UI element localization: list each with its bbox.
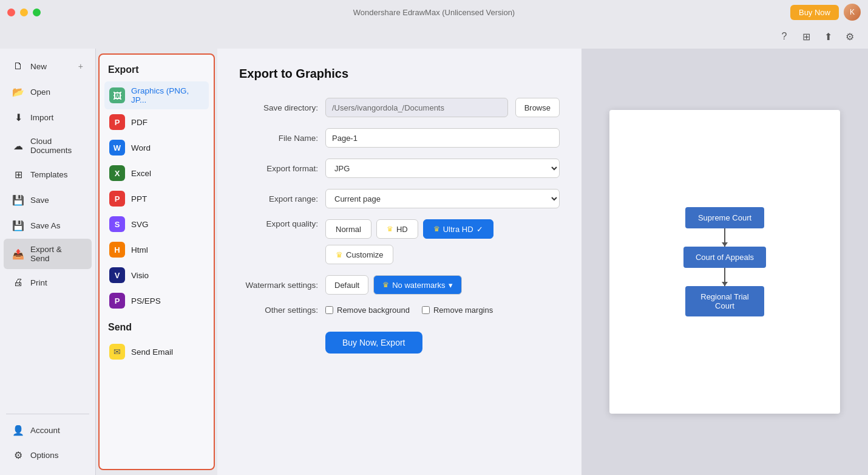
quality-hd-button[interactable]: ♛ HD	[376, 219, 418, 239]
watermark-options: Default ♛ No watermarks ▾	[325, 275, 462, 295]
templates-icon: ⊞	[12, 168, 24, 180]
save-icon: 💾	[12, 194, 24, 206]
watermark-chevron-icon: ▾	[449, 281, 453, 290]
quality-normal-button[interactable]: Normal	[325, 219, 371, 239]
ultrahd-check-icon: ✓	[476, 225, 483, 234]
export-range-label: Export range:	[239, 194, 318, 203]
word-icon: W	[109, 140, 125, 155]
svg-icon: S	[109, 216, 125, 232]
new-icon: 🗋	[12, 60, 24, 72]
export-format-select[interactable]: JPG PNG BMP SVG PDF	[325, 159, 560, 178]
export-icon: 📤	[12, 248, 24, 260]
sidebar-item-label: Export & Send	[30, 245, 83, 263]
ultrahd-crown-icon: ♛	[433, 225, 440, 233]
sidebar-item-import[interactable]: ⬇ Import	[4, 105, 92, 129]
checkboxes: Remove background Remove margins	[325, 306, 493, 315]
export-button[interactable]: Buy Now, Export	[325, 332, 422, 354]
pdf-icon: P	[109, 114, 125, 130]
traffic-light-red[interactable]	[7, 9, 15, 16]
sidebar-item-label: Open	[30, 87, 50, 97]
team-icon[interactable]: ⊞	[798, 28, 815, 45]
export-item-pseps[interactable]: P PS/EPS	[104, 288, 209, 313]
share-icon[interactable]: ⬆	[819, 28, 836, 45]
export-format-row: Export format: JPG PNG BMP SVG PDF	[239, 159, 560, 178]
export-item-pdf[interactable]: P PDF	[104, 109, 209, 135]
export-item-visio[interactable]: V Visio	[104, 262, 209, 288]
remove-margins-input[interactable]	[422, 306, 430, 314]
flowchart-arrow-2	[724, 268, 725, 286]
export-item-svg[interactable]: S SVG	[104, 211, 209, 237]
quality-ultrahd-label: Ultra HD	[443, 225, 473, 234]
remove-background-label: Remove background	[337, 306, 410, 315]
export-range-select[interactable]: Current page All pages Selected objects	[325, 189, 560, 208]
export-item-label: Excel	[131, 169, 151, 178]
flowchart: Supreme Court Court of Appeals Regional …	[683, 207, 766, 316]
remove-background-checkbox[interactable]: Remove background	[325, 306, 410, 315]
import-icon: ⬇	[12, 111, 24, 123]
sidebar-item-templates[interactable]: ⊞ Templates	[4, 162, 92, 186]
help-icon[interactable]: ?	[776, 28, 793, 45]
sidebar-item-options[interactable]: ⚙ Options	[4, 443, 92, 467]
sidebar-item-saveas[interactable]: 💾 Save As	[4, 213, 92, 237]
sidebar-item-print[interactable]: 🖨 Print	[4, 270, 92, 295]
titlebar: Wondershare EdrawMax (Unlicensed Version…	[0, 0, 868, 24]
send-item-email[interactable]: ✉ Send Email	[104, 339, 209, 364]
customize-button[interactable]: ♛ Customize	[325, 245, 393, 264]
quality-buttons: Normal ♛ HD ♛ Ultra HD ✓	[325, 219, 493, 239]
sidebar-item-open[interactable]: 📂 Open	[4, 80, 92, 104]
export-form: Export to Graphics Save directory: Brows…	[217, 49, 581, 475]
hd-crown-icon: ♛	[387, 225, 393, 233]
main-layout: 🗋 New + 📂 Open ⬇ Import ☁ Cloud Document…	[0, 49, 868, 475]
browse-button[interactable]: Browse	[515, 98, 560, 117]
save-directory-input[interactable]	[325, 98, 508, 117]
export-panel: Export 🖼 Graphics (PNG, JP... P PDF W Wo…	[98, 53, 215, 470]
sidebar-item-export[interactable]: 📤 Export & Send	[4, 239, 92, 269]
export-item-label: PPT	[131, 194, 147, 203]
sidebar-divider	[6, 414, 89, 414]
send-item-label: Send Email	[131, 347, 173, 357]
account-icon: 👤	[12, 424, 24, 436]
sidebar-item-cloud[interactable]: ☁ Cloud Documents	[4, 131, 92, 161]
traffic-light-green[interactable]	[33, 9, 41, 16]
sidebar-item-account[interactable]: 👤 Account	[4, 418, 92, 442]
export-item-excel[interactable]: X Excel	[104, 160, 209, 186]
preview-canvas: Supreme Court Court of Appeals Regional …	[609, 110, 840, 414]
export-range-row: Export range: Current page All pages Sel…	[239, 189, 560, 208]
export-item-word[interactable]: W Word	[104, 135, 209, 160]
sidebar-item-label: Options	[30, 451, 59, 460]
export-format-label: Export format:	[239, 164, 318, 173]
cloud-icon: ☁	[12, 140, 24, 152]
export-item-label: Visio	[131, 271, 149, 280]
toolbar: ? ⊞ ⬆ ⚙	[0, 24, 868, 49]
excel-icon: X	[109, 165, 125, 181]
watermark-default-button[interactable]: Default	[325, 275, 368, 295]
file-name-input[interactable]	[325, 128, 560, 148]
export-item-ppt[interactable]: P PPT	[104, 186, 209, 211]
preview-area: Supreme Court Court of Appeals Regional …	[581, 49, 868, 475]
quality-hd-label: HD	[396, 225, 408, 234]
export-item-graphics[interactable]: 🖼 Graphics (PNG, JP...	[104, 81, 209, 109]
remove-margins-checkbox[interactable]: Remove margins	[422, 306, 493, 315]
remove-background-input[interactable]	[325, 306, 333, 314]
export-section-title: Export	[104, 64, 209, 81]
content-area: Export 🖼 Graphics (PNG, JP... P PDF W Wo…	[96, 49, 868, 475]
other-settings-label: Other settings:	[239, 306, 318, 315]
sidebar-item-label: Cloud Documents	[30, 137, 83, 155]
watermark-no-label: No watermarks	[392, 281, 445, 290]
buy-now-button[interactable]: Buy Now	[790, 5, 839, 20]
pseps-icon: P	[109, 293, 125, 309]
sidebar-item-save[interactable]: 💾 Save	[4, 188, 92, 212]
flowchart-arrow-1	[724, 228, 725, 247]
quality-ultrahd-button[interactable]: ♛ Ultra HD ✓	[423, 219, 493, 239]
customize-crown-icon: ♛	[336, 250, 343, 259]
sidebar-item-new[interactable]: 🗋 New +	[4, 54, 92, 78]
sidebar-item-label: Import	[30, 113, 53, 122]
remove-margins-label: Remove margins	[433, 306, 493, 315]
send-section-title: Send	[104, 313, 209, 339]
saveas-icon: 💾	[12, 219, 24, 231]
avatar[interactable]: K	[844, 4, 861, 21]
watermark-no-watermarks-button[interactable]: ♛ No watermarks ▾	[373, 275, 461, 295]
traffic-light-yellow[interactable]	[20, 9, 28, 16]
settings-icon[interactable]: ⚙	[841, 28, 858, 45]
export-item-html[interactable]: H Html	[104, 237, 209, 262]
